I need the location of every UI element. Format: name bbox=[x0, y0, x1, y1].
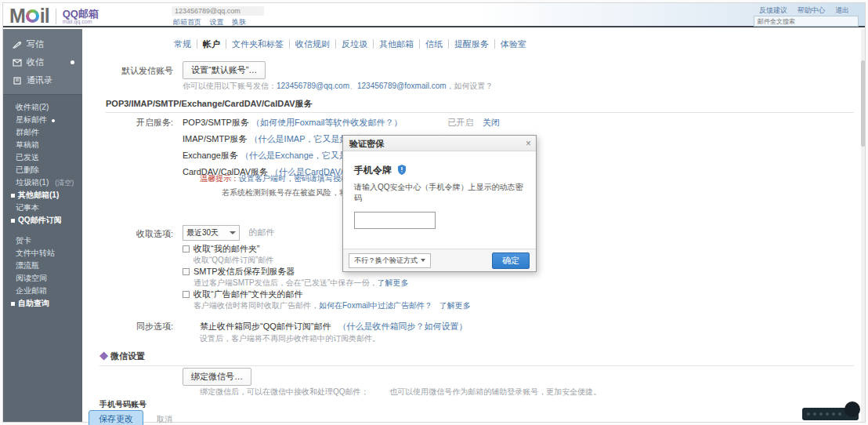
fetch-cb1-sub: 收取“QQ邮件订阅”邮件 bbox=[193, 255, 273, 266]
fetch-range-suffix: 的邮件 bbox=[248, 227, 274, 237]
close-icon[interactable]: × bbox=[526, 136, 531, 151]
sidebar-item-notes[interactable]: 记事本 bbox=[3, 202, 82, 214]
tab-stationery[interactable]: 信纸 bbox=[420, 39, 449, 49]
tab-general[interactable]: 常规 bbox=[168, 39, 197, 49]
fetch-cb1-row: 收取“我的邮件夹” bbox=[183, 243, 259, 255]
sidebar-item-reading-space[interactable]: 阅读空间 bbox=[3, 272, 82, 285]
wechat-section-heading: ◆ 微信设置 bbox=[99, 351, 854, 366]
sync-options-note: 设置后，客户端将不再同步收件箱中的订阅类邮件。 bbox=[200, 333, 380, 344]
token-code-input[interactable] bbox=[354, 212, 436, 229]
scrollbar-track[interactable] bbox=[861, 29, 865, 422]
account-email: 123456789@qq.com bbox=[172, 6, 264, 16]
tab-account[interactable]: 帐户 bbox=[197, 39, 226, 49]
sidebar-folders: 收件箱(2) 星标邮件 群邮件 草稿箱 已发送 已删除 垃圾箱(1)(清空) 其… bbox=[3, 95, 82, 310]
sidebar-item-drift-bottle[interactable]: 漂流瓶 bbox=[3, 260, 82, 272]
watermark-bar bbox=[802, 408, 859, 420]
tab-reminders[interactable]: 提醒服务 bbox=[449, 39, 495, 49]
sidebar-actions: 写信 收信 通讯录 bbox=[3, 29, 82, 95]
cancel-button[interactable]: 取消 bbox=[157, 415, 172, 423]
set-default-account-button[interactable]: 设置“默认账号”… bbox=[183, 61, 266, 79]
sidebar-item-greeting-cards[interactable]: 贺卡 bbox=[3, 234, 82, 247]
service-name: Exchange服务 bbox=[183, 151, 238, 160]
chevron-down-icon bbox=[421, 259, 425, 262]
tip-label: 温馨提示： bbox=[200, 174, 239, 183]
sidebar-item-spam[interactable]: 垃圾箱(1)(清空) bbox=[3, 176, 82, 189]
brand-block: QQ邮箱 mail.qq.com bbox=[56, 9, 99, 24]
header-nav: 邮箱首页 设置 换肤 bbox=[173, 17, 252, 27]
tab-antispam[interactable]: 反垃圾 bbox=[336, 39, 374, 49]
foxmail-filter-link[interactable]: 如何在Foxmail中过滤广告邮件？ bbox=[319, 301, 432, 310]
service-row-pop3: POP3/SMTP服务 （如何使用Foxmail等软件收发邮件？） 已开启 关闭 bbox=[183, 117, 500, 129]
service-status: 已开启 bbox=[448, 118, 474, 127]
nav-home[interactable]: 邮箱首页 bbox=[173, 18, 201, 26]
ads-folder-checkbox[interactable] bbox=[183, 291, 190, 298]
sidebar-item-enterprise-mail[interactable]: 企业邮箱 bbox=[3, 285, 82, 297]
fetch-cb3-note: 客户端收信时将同时收取广告邮件，如何在Foxmail中过滤广告邮件？ 了解更多 bbox=[193, 300, 471, 311]
tab-folders-labels[interactable]: 文件夹和标签 bbox=[226, 39, 290, 49]
account-link-2[interactable]: 123456789@foxmail.com bbox=[357, 82, 447, 90]
token-field-label-row: 手机令牌 bbox=[354, 164, 525, 177]
service-name: IMAP/SMTP服务 bbox=[183, 134, 248, 143]
scrollbar-thumb[interactable] bbox=[861, 60, 865, 147]
tab-filter-rules[interactable]: 收信规则 bbox=[290, 39, 336, 49]
sidebar-item-self-service[interactable]: 自助查询 bbox=[3, 297, 82, 310]
brand-subtitle: mail.qq.com bbox=[63, 19, 99, 24]
sidebar-item-inbox[interactable]: 收件箱(2) bbox=[3, 101, 82, 114]
sidebar-item-contacts[interactable]: 通讯录 bbox=[3, 71, 82, 89]
settings-tabs: 常规帐户文件夹和标签收信规则反垃圾其他邮箱信纸提醒服务体验室 bbox=[168, 38, 532, 50]
fetch-cb3-row: 收取“广告邮件”文件夹的邮件 bbox=[183, 289, 302, 300]
service-name: POP3/SMTP服务 bbox=[183, 118, 249, 127]
footer-actions: 保存更改 取消 bbox=[89, 410, 172, 425]
sidebar-item-sent[interactable]: 已发送 bbox=[3, 151, 82, 164]
link-feedback[interactable]: 反馈建议 bbox=[759, 6, 787, 14]
sidebar-action-label: 收信 bbox=[27, 56, 44, 68]
sidebar-item-compose[interactable]: 写信 bbox=[3, 35, 82, 53]
search-input[interactable] bbox=[754, 16, 859, 27]
fetch-range-select[interactable]: 最近30天 bbox=[183, 225, 240, 241]
wechat-note: 绑定微信后，可以在微信中接收和处理QQ邮件； 也可以使用微信号作为邮箱的辅助登录… bbox=[200, 387, 601, 398]
sidebar-item-drafts[interactable]: 草稿箱 bbox=[3, 139, 82, 151]
sidebar-item-receive[interactable]: 收信 bbox=[3, 53, 82, 71]
default-account-label: 默认发信账号 bbox=[106, 65, 173, 77]
sync-options-label: 同步选项: bbox=[106, 321, 173, 332]
ads-learn-more-link[interactable]: 了解更多 bbox=[439, 301, 471, 310]
mail-logo[interactable]: M il QQ邮箱 mail.qq.com bbox=[9, 5, 99, 27]
compose-icon bbox=[13, 41, 22, 49]
link-logout[interactable]: 退出 bbox=[835, 6, 849, 14]
sidebar-item-group-mail[interactable]: 群邮件 bbox=[3, 126, 82, 139]
link-help[interactable]: 帮助中心 bbox=[797, 6, 825, 14]
watermark-knob bbox=[844, 401, 860, 417]
bind-wechat-button[interactable]: 绑定微信号… bbox=[183, 368, 251, 386]
tab-lab[interactable]: 体验室 bbox=[495, 39, 532, 49]
footer-section-heading: 手机号码账号 bbox=[99, 399, 146, 410]
inbox-icon bbox=[13, 59, 22, 67]
dialog-title-bar: 验证密保 × bbox=[343, 136, 536, 151]
sidebar-spacer bbox=[3, 227, 82, 234]
token-instructions: 请输入QQ安全中心（手机令牌）上显示的动态密码 bbox=[354, 182, 525, 204]
sidebar-item-deleted[interactable]: 已删除 bbox=[3, 164, 82, 176]
sidebar-item-file-transfer[interactable]: 文件中转站 bbox=[3, 247, 82, 260]
service-toggle-link[interactable]: 关闭 bbox=[483, 118, 500, 127]
sidebar-item-starred[interactable]: 星标邮件 bbox=[3, 114, 82, 126]
save-changes-button[interactable]: 保存更改 bbox=[89, 410, 143, 425]
nav-settings[interactable]: 设置 bbox=[210, 18, 224, 26]
nav-skin[interactable]: 换肤 bbox=[232, 18, 246, 26]
smtp-learn-more-link[interactable]: 了解更多 bbox=[377, 278, 408, 287]
qq-mail-app: M il QQ邮箱 mail.qq.com 123456789@qq.com 邮… bbox=[2, 2, 866, 423]
service-help-link[interactable]: （如何使用Foxmail等软件收发邮件？） bbox=[251, 118, 403, 127]
sidebar-item-other-mailboxes[interactable]: 其他邮箱(1) bbox=[3, 189, 82, 202]
smtp-save-checkbox[interactable] bbox=[183, 268, 190, 275]
sidebar-item-subscriptions[interactable]: QQ邮件订阅 bbox=[3, 214, 82, 227]
tab-other-mailboxes[interactable]: 其他邮箱 bbox=[374, 39, 420, 49]
services-label: 开启服务: bbox=[106, 117, 173, 129]
diamond-icon: ◆ bbox=[99, 351, 108, 361]
contacts-icon bbox=[13, 77, 22, 85]
confirm-button[interactable]: 确定 bbox=[492, 252, 530, 269]
sync-help-link[interactable]: （什么是收件箱同步？如何设置） bbox=[338, 321, 468, 331]
account-link-1[interactable]: 123456789@qq.com bbox=[277, 82, 349, 90]
empty-spam-link[interactable]: (清空) bbox=[55, 179, 74, 187]
header: M il QQ邮箱 mail.qq.com 123456789@qq.com 邮… bbox=[3, 3, 865, 27]
notification-dot bbox=[71, 60, 74, 64]
fetch-myfolders-checkbox[interactable] bbox=[183, 245, 190, 252]
alternate-verification-button[interactable]: 不行？换个验证方式 bbox=[349, 253, 431, 268]
